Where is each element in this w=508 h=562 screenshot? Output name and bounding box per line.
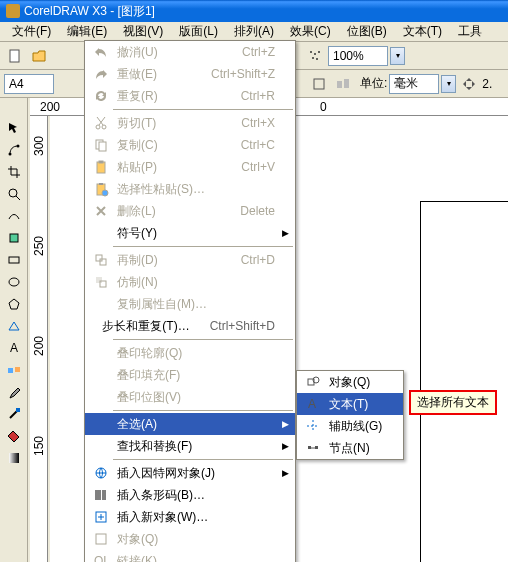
svg-text:A: A <box>308 397 316 411</box>
text-tool[interactable]: A <box>3 338 25 358</box>
submenu-item[interactable]: 辅助线(G) <box>297 415 403 437</box>
menu-item-label: 复制(C) <box>113 137 221 154</box>
ellipse-tool[interactable] <box>3 272 25 292</box>
basic-shapes-tool[interactable] <box>3 316 25 336</box>
pick-tool[interactable] <box>3 118 25 138</box>
menu-item[interactable]: 叠印填充(F) <box>85 364 295 386</box>
nudge-icon[interactable] <box>458 73 480 95</box>
unit-dropdown[interactable]: ▾ <box>441 75 456 93</box>
menu-item[interactable]: 剪切(T)Ctrl+X <box>85 112 295 134</box>
crop-tool[interactable] <box>3 162 25 182</box>
menu-item[interactable]: OLE链接(K) <box>85 550 295 562</box>
svg-rect-27 <box>99 183 103 185</box>
menu-item[interactable]: 插入因特网对象(J)▶ <box>85 462 295 484</box>
menu-item-label: 插入新对象(W)… <box>113 509 275 526</box>
shape-tool[interactable] <box>3 140 25 160</box>
objects-icon <box>301 374 325 390</box>
menu-layout[interactable]: 版面(L) <box>171 21 226 42</box>
menu-item[interactable]: 复制(C)Ctrl+C <box>85 134 295 156</box>
svg-rect-31 <box>96 277 102 283</box>
menu-item-label: 插入条形码(B)… <box>113 487 275 504</box>
menu-view[interactable]: 视图(V) <box>115 21 171 42</box>
select-all-submenu: 对象(Q)A文本(T)辅助线(G)节点(N) <box>296 370 404 460</box>
delete-icon <box>89 203 113 219</box>
new-button[interactable] <box>4 45 26 67</box>
submenu-item[interactable]: 节点(N) <box>297 437 403 459</box>
zoom-input[interactable]: 100% <box>328 46 388 66</box>
svg-rect-23 <box>99 142 106 151</box>
menu-shortcut: Ctrl+D <box>241 253 275 267</box>
zoom-value: 100% <box>333 49 364 63</box>
menu-item-label: 叠印轮廓(Q) <box>113 345 275 362</box>
prop-icon-2[interactable] <box>332 73 354 95</box>
paper-select[interactable]: A4 <box>4 74 54 94</box>
unit-select[interactable]: 毫米 <box>389 74 439 94</box>
spray-icon[interactable] <box>304 45 326 67</box>
menu-item[interactable]: 全选(A)▶ <box>85 413 295 435</box>
nudge-value: 2. <box>482 77 492 91</box>
zoom-dropdown[interactable]: ▾ <box>390 47 405 65</box>
menu-item-label: 插入因特网对象(J) <box>113 465 275 482</box>
menu-text[interactable]: 文本(T) <box>395 21 450 42</box>
prop-icon-1[interactable] <box>308 73 330 95</box>
menu-item-label: 再制(D) <box>113 252 221 269</box>
toolbox: A <box>0 98 28 562</box>
menu-item-label: 复制属性自(M)… <box>113 296 275 313</box>
menu-item[interactable]: 撤消(U)Ctrl+Z <box>85 41 295 63</box>
page-boundary <box>420 201 508 562</box>
menu-shortcut: Ctrl+Shift+D <box>210 319 275 333</box>
menu-edit[interactable]: 编辑(E) <box>59 21 115 42</box>
menu-item[interactable]: 重做(E)Ctrl+Shift+Z <box>85 63 295 85</box>
zoom-tool[interactable] <box>3 184 25 204</box>
menu-item-label: 步长和重复(T)… <box>98 318 189 335</box>
freehand-tool[interactable] <box>3 206 25 226</box>
menu-file[interactable]: 文件(F) <box>4 21 59 42</box>
menu-effects[interactable]: 效果(C) <box>282 21 339 42</box>
svg-rect-16 <box>8 368 13 373</box>
menu-item[interactable]: 选择性粘贴(S)… <box>85 178 295 200</box>
menu-item[interactable]: 插入新对象(W)… <box>85 506 295 528</box>
ruler-vertical: 300 250 200 150 <box>30 116 48 562</box>
menu-item[interactable]: 符号(Y)▶ <box>85 222 295 244</box>
menu-item[interactable]: 步长和重复(T)…Ctrl+Shift+D <box>85 315 295 337</box>
submenu-item[interactable]: A文本(T) <box>297 393 403 415</box>
eyedropper-tool[interactable] <box>3 382 25 402</box>
menu-item[interactable]: 叠印位图(V) <box>85 386 295 408</box>
ruler-tick: 0 <box>320 100 327 114</box>
menu-tools[interactable]: 工具 <box>450 21 490 42</box>
rectangle-tool[interactable] <box>3 250 25 270</box>
menu-bitmap[interactable]: 位图(B) <box>339 21 395 42</box>
polygon-tool[interactable] <box>3 294 25 314</box>
smart-tool[interactable] <box>3 228 25 248</box>
ruler-tick: 150 <box>32 436 46 456</box>
blend-tool[interactable] <box>3 360 25 380</box>
svg-rect-18 <box>16 408 20 412</box>
menu-item[interactable]: 仿制(N) <box>85 271 295 293</box>
menu-item[interactable]: 插入条形码(B)… <box>85 484 295 506</box>
menu-arrange[interactable]: 排列(A) <box>226 21 282 42</box>
menu-item[interactable]: 再制(D)Ctrl+D <box>85 249 295 271</box>
svg-point-3 <box>318 51 320 53</box>
outline-tool[interactable] <box>3 404 25 424</box>
svg-point-21 <box>102 125 106 129</box>
submenu-item-label: 对象(Q) <box>325 374 383 391</box>
menu-item[interactable]: 复制属性自(M)… <box>85 293 295 315</box>
submenu-item[interactable]: 对象(Q) <box>297 371 403 393</box>
svg-text:A: A <box>10 341 18 355</box>
menu-shortcut: Ctrl+C <box>241 138 275 152</box>
menu-shortcut: Ctrl+Shift+Z <box>211 67 275 81</box>
menu-item-label: 撤消(U) <box>113 44 222 61</box>
submenu-arrow-icon: ▶ <box>282 228 289 238</box>
menu-item[interactable]: 叠印轮廓(Q) <box>85 342 295 364</box>
cut-icon <box>89 115 113 131</box>
menu-item[interactable]: 删除(L)Delete <box>85 200 295 222</box>
svg-rect-24 <box>97 162 105 173</box>
interactive-fill-tool[interactable] <box>3 448 25 468</box>
menu-item[interactable]: 粘贴(P)Ctrl+V <box>85 156 295 178</box>
menu-item[interactable]: 查找和替换(F)▶ <box>85 435 295 457</box>
tooltip-text: 选择所有文本 <box>417 395 489 409</box>
open-button[interactable] <box>28 45 50 67</box>
menu-item[interactable]: 重复(R)Ctrl+R <box>85 85 295 107</box>
fill-tool[interactable] <box>3 426 25 446</box>
menu-item[interactable]: 对象(Q) <box>85 528 295 550</box>
